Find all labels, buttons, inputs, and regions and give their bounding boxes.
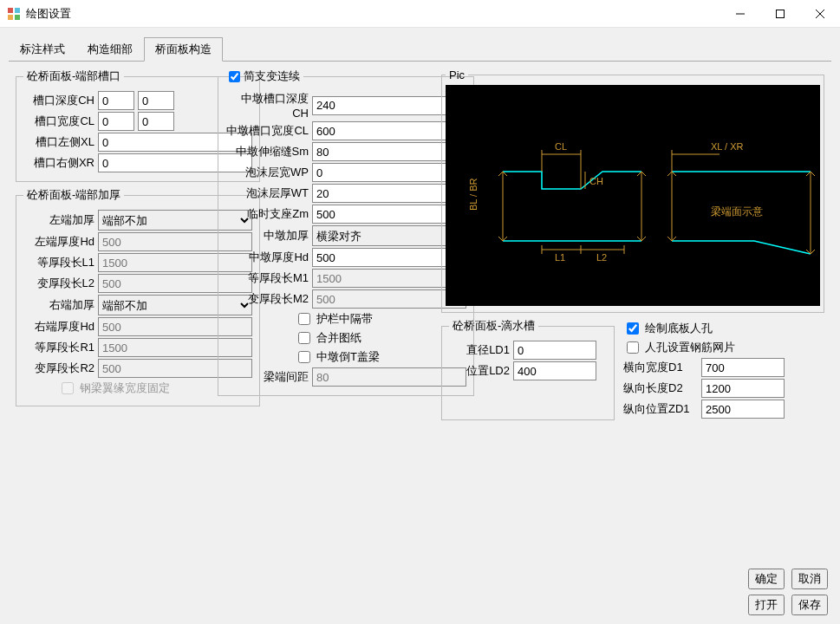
continuous-group: 简支变连续 中墩槽口深度CH 中墩槽口宽度CL 中墩伸缩缝Sm 泡沫层宽WP 泡… bbox=[218, 68, 474, 396]
groove-ch-input-1[interactable] bbox=[98, 91, 134, 110]
thicken-hd-r-label: 右端厚度Hd bbox=[23, 319, 94, 335]
guard-divider-label: 护栏中隔带 bbox=[316, 311, 373, 327]
hole-zd1-label: 纵向位置ZD1 bbox=[623, 401, 698, 417]
groove-cl-label: 槽口宽度CL bbox=[23, 114, 94, 129]
svg-rect-1 bbox=[15, 8, 20, 13]
svg-rect-3 bbox=[15, 15, 20, 20]
svg-text:CH: CH bbox=[589, 176, 603, 186]
app-icon bbox=[7, 7, 21, 21]
hole-d1-input[interactable] bbox=[701, 358, 785, 377]
hole-d2-label: 纵向长度D2 bbox=[623, 380, 698, 396]
svg-text:梁端面示意: 梁端面示意 bbox=[711, 205, 763, 218]
cont-mid-mode-label: 中墩加厚 bbox=[225, 228, 309, 244]
hole-d2-input[interactable] bbox=[701, 379, 785, 398]
merge-drawing-checkbox[interactable] bbox=[298, 332, 310, 344]
groove-ch-label: 槽口深度CH bbox=[23, 93, 94, 108]
cont-m2-label: 变厚段长M2 bbox=[225, 291, 309, 307]
thicken-l2-label: 变厚段长L2 bbox=[23, 276, 94, 291]
drip-ld2-input[interactable] bbox=[513, 361, 596, 380]
minimize-button[interactable] bbox=[720, 0, 760, 28]
button-bar: 确定 取消 打开 保存 bbox=[0, 563, 840, 624]
flange-fixed-label: 钢梁翼缘宽度固定 bbox=[80, 380, 170, 396]
thicken-right-mode-label: 右端加厚 bbox=[23, 297, 94, 313]
groove-ch-input-2[interactable] bbox=[138, 91, 174, 110]
drip-ld2-label: 位置LD2 bbox=[449, 363, 510, 379]
titlebar: 绘图设置 bbox=[0, 0, 840, 28]
pic-group: Pic CL CH bbox=[441, 68, 824, 313]
merge-drawing-label: 合并图纸 bbox=[316, 330, 361, 346]
draw-manhole-label: 绘制底板人孔 bbox=[645, 321, 713, 336]
groove-xr-label: 槽口右侧XR bbox=[23, 155, 94, 171]
cont-m1-label: 等厚段长M1 bbox=[225, 270, 309, 286]
open-button[interactable]: 打开 bbox=[748, 595, 785, 615]
continuous-legend: 简支变连续 bbox=[225, 68, 303, 84]
continuous-enable-checkbox[interactable] bbox=[229, 71, 240, 82]
continuous-legend-text: 简支变连续 bbox=[244, 68, 300, 84]
guard-divider-checkbox[interactable] bbox=[298, 313, 310, 325]
draw-manhole-checkbox[interactable] bbox=[627, 322, 639, 335]
thicken-hd-l-label: 左端厚度Hd bbox=[23, 234, 94, 250]
close-button[interactable] bbox=[800, 0, 840, 28]
cont-cl-label: 中墩槽口宽度CL bbox=[225, 123, 309, 139]
tab-annotation-style[interactable]: 标注样式 bbox=[9, 37, 76, 62]
drip-ld1-input[interactable] bbox=[513, 341, 596, 360]
cont-ch-label: 中墩槽口深度CH bbox=[225, 91, 309, 120]
beam-gap-label: 梁端间距 bbox=[225, 369, 309, 385]
svg-rect-2 bbox=[8, 15, 13, 20]
drip-legend: 砼桥面板-滴水槽 bbox=[449, 318, 538, 334]
window-title: 绘图设置 bbox=[26, 6, 71, 22]
thicken-l1-label: 等厚段长L1 bbox=[23, 255, 94, 270]
drip-group: 砼桥面板-滴水槽 直径LD1 位置LD2 bbox=[441, 318, 615, 420]
reverse-t-cap-label: 中墩倒T盖梁 bbox=[316, 349, 380, 365]
svg-rect-8 bbox=[451, 85, 815, 306]
diagram-preview: CL CH BL / BR L1 L2 bbox=[446, 85, 820, 306]
groove-cl-input-1[interactable] bbox=[98, 112, 134, 131]
thicken-legend: 砼桥面板-端部加厚 bbox=[23, 187, 124, 203]
ok-button[interactable]: 确定 bbox=[748, 569, 785, 589]
cont-zm-label: 临时支座Zm bbox=[225, 206, 309, 222]
manhole-mesh-checkbox[interactable] bbox=[627, 341, 639, 354]
svg-text:L1: L1 bbox=[555, 252, 565, 263]
groove-legend: 砼桥面板-端部槽口 bbox=[23, 68, 124, 84]
save-button[interactable]: 保存 bbox=[791, 595, 828, 615]
tab-deck-construction[interactable]: 桥面板构造 bbox=[144, 37, 223, 62]
cont-wt-label: 泡沫层厚WT bbox=[225, 185, 309, 201]
hole-d1-label: 横向宽度D1 bbox=[623, 360, 698, 375]
tab-panel: 砼桥面板-端部槽口 槽口深度CH 槽口宽度CL 槽口左侧XL 槽口右侧XR bbox=[9, 61, 831, 563]
pic-legend: Pic bbox=[446, 68, 468, 81]
cancel-button[interactable]: 取消 bbox=[791, 569, 828, 589]
drip-ld1-label: 直径LD1 bbox=[449, 342, 510, 358]
thicken-r2-label: 变厚段长R2 bbox=[23, 361, 94, 376]
groove-cl-input-2[interactable] bbox=[138, 112, 174, 131]
cont-sm-label: 中墩伸缩缝Sm bbox=[225, 144, 309, 159]
svg-text:CL: CL bbox=[555, 141, 567, 152]
hole-zd1-input[interactable] bbox=[701, 400, 785, 419]
reverse-t-cap-checkbox[interactable] bbox=[298, 351, 310, 363]
tab-construction-detail[interactable]: 构造细部 bbox=[76, 37, 144, 62]
svg-text:BL / BR: BL / BR bbox=[468, 178, 479, 211]
svg-text:XL / XR: XL / XR bbox=[711, 141, 744, 152]
maximize-button[interactable] bbox=[760, 0, 800, 28]
svg-rect-0 bbox=[8, 8, 13, 13]
svg-text:L2: L2 bbox=[596, 252, 607, 263]
tab-bar: 标注样式 构造细部 桥面板构造 bbox=[0, 28, 840, 61]
thicken-left-mode-label: 左端加厚 bbox=[23, 212, 94, 228]
cont-wp-label: 泡沫层宽WP bbox=[225, 165, 309, 180]
cont-hd-label: 中墩厚度Hd bbox=[225, 250, 309, 265]
window: 绘图设置 标注样式 构造细部 桥面板构造 砼桥面板-端部槽口 槽口深度CH 槽口… bbox=[0, 0, 840, 624]
hole-group: 绘制底板人孔 人孔设置钢筋网片 横向宽度D1 纵向长度D2 纵向位置ZD1 bbox=[623, 318, 824, 420]
flange-fixed-checkbox bbox=[62, 382, 74, 394]
thicken-r1-label: 等厚段长R1 bbox=[23, 340, 94, 355]
groove-xl-label: 槽口左侧XL bbox=[23, 134, 94, 150]
manhole-mesh-label: 人孔设置钢筋网片 bbox=[645, 340, 735, 355]
svg-rect-5 bbox=[777, 10, 785, 17]
